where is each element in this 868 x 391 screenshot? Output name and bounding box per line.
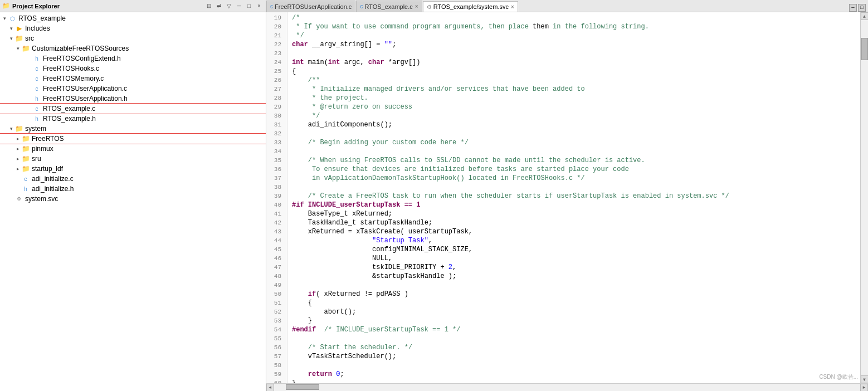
line-num: 36: [266, 165, 284, 174]
horizontal-scrollbar[interactable]: ◄ ►: [266, 383, 868, 391]
tree-item-system[interactable]: 📁 system: [0, 124, 266, 134]
vertical-scrollbar[interactable]: ▲ ▼: [860, 12, 868, 383]
line-num: 50: [266, 290, 284, 299]
expand-arrow: [14, 45, 21, 52]
expand-arrow: [1, 15, 8, 22]
c-file-icon: c: [32, 74, 41, 83]
tree-item-system-svc[interactable]: ⚙ system.svc: [0, 194, 266, 204]
tree-label: src: [25, 35, 34, 42]
line-num: 58: [266, 361, 284, 370]
line-num: 23: [266, 49, 284, 58]
expand-arrow: [26, 85, 32, 92]
line-num: 41: [266, 209, 284, 218]
scroll-right-arrow[interactable]: ►: [860, 384, 868, 392]
tree-item-adi-initialize-h[interactable]: h adi_initialize.h: [0, 184, 266, 194]
h-file-icon: h: [21, 184, 30, 193]
tab-file-icon: ⚙: [427, 4, 432, 10]
tab-label: RTOS_example/system.svc: [433, 3, 509, 10]
line-num: 52: [266, 307, 284, 316]
line-num: 34: [266, 147, 284, 156]
project-icon: ⬡: [8, 14, 17, 23]
tree-item-customizable[interactable]: 📁 CustomizableFreeRTOSSources: [0, 43, 266, 53]
tree-item-rtos-example-h[interactable]: h RTOS_example.h: [0, 114, 266, 124]
c-file-icon: c: [21, 174, 30, 183]
tree-item-freertos-hooks[interactable]: c FreeRTOSHooks.c: [0, 63, 266, 74]
tree-item-rtos-example-c[interactable]: c RTOS_example.c: [0, 104, 266, 114]
tree-item-pinmux[interactable]: 📁 pinmux: [0, 144, 266, 154]
minimize-panel-icon[interactable]: ─: [235, 2, 243, 11]
line-num: 47: [266, 263, 284, 272]
collapse-all-icon[interactable]: ⊟: [204, 2, 213, 11]
tree-item-includes[interactable]: ▶ Includes: [0, 23, 266, 33]
scroll-down-arrow[interactable]: ▼: [861, 375, 869, 383]
scroll-up-arrow[interactable]: ▲: [861, 12, 869, 20]
tree-item-adi-initialize-c[interactable]: c adi_initialize.c: [0, 174, 266, 184]
expand-arrow: [26, 75, 32, 82]
scroll-left-arrow[interactable]: ◄: [266, 384, 274, 392]
h-file-icon: h: [32, 94, 41, 103]
line-num: 22: [266, 40, 284, 49]
tab-close-icon[interactable]: ×: [511, 4, 514, 10]
tree-label: CustomizableFreeRTOSSources: [32, 45, 129, 52]
expand-arrow: [8, 25, 14, 32]
tree-item-sru[interactable]: 📁 sru: [0, 154, 266, 164]
tree-label: sru: [32, 155, 41, 163]
expand-arrow: [26, 95, 32, 102]
tree-item-src[interactable]: 📁 src: [0, 33, 266, 43]
watermark: CSDN @欧昔...: [819, 373, 858, 381]
panel-icon: 📁: [2, 2, 10, 9]
expand-arrow: [8, 125, 14, 132]
editor-minimize-btn[interactable]: ─: [849, 4, 857, 12]
tab-rtos-example[interactable]: c RTOS_example.c ×: [356, 1, 422, 12]
tree-label: Includes: [25, 25, 50, 32]
tree-item-rtos-example[interactable]: ⬡ RTOS_example: [0, 13, 266, 23]
h-file-icon: h: [32, 54, 41, 63]
folder-icon: ▶: [14, 24, 23, 33]
tree-label: system: [25, 125, 46, 133]
line-num: 56: [266, 343, 284, 352]
tree-item-freertos-memory[interactable]: c FreeRTOSMemory.c: [0, 74, 266, 84]
h-scroll-track[interactable]: [274, 384, 860, 392]
tree-item-freertos-config[interactable]: h FreeRTOSConfigExtend.h: [0, 53, 266, 63]
h-scroll-thumb[interactable]: [286, 384, 319, 390]
line-num: 21: [266, 31, 284, 40]
tab-system-svc[interactable]: ⚙ RTOS_example/system.svc ×: [423, 1, 518, 12]
line-num: 27: [266, 85, 284, 94]
folder-icon: 📁: [21, 154, 30, 163]
line-num: 54: [266, 325, 284, 334]
tree-item-freertos-user-app-h[interactable]: h FreeRTOSUserApplication.h: [0, 94, 266, 104]
folder-icon: 📁: [21, 164, 30, 173]
scroll-track[interactable]: [861, 20, 869, 375]
tab-close-icon[interactable]: ×: [415, 3, 418, 9]
line-num: 37: [266, 174, 284, 183]
line-num: 60: [266, 379, 284, 383]
link-with-editor-icon[interactable]: ⇌: [214, 2, 223, 11]
view-menu-icon[interactable]: ▽: [225, 2, 233, 11]
close-panel-icon[interactable]: ×: [255, 2, 264, 11]
tree-label: system.svc: [25, 195, 58, 203]
line-num: 26: [266, 76, 284, 85]
expand-arrow: [14, 165, 21, 172]
tree-item-startup-ldf[interactable]: 📁 startup_ldf: [0, 164, 266, 174]
panel-header-icons: ⊟ ⇌ ▽ ─ □ ×: [204, 2, 264, 11]
tree-item-freertos-user-app[interactable]: c FreeRTOSUserApplication.c: [0, 84, 266, 94]
tab-window-buttons: ─ □: [849, 4, 868, 12]
scroll-thumb[interactable]: [861, 38, 868, 60]
line-num: 25: [266, 67, 284, 76]
maximize-panel-icon[interactable]: □: [245, 2, 253, 11]
folder-icon: 📁: [21, 44, 30, 53]
tab-freertos-user-app[interactable]: c FreeRTOSUserApplication.c: [266, 1, 355, 12]
tree-label: startup_ldf: [32, 165, 63, 173]
line-num: 24: [266, 58, 284, 67]
tree-item-freertos[interactable]: 📁 FreeRTOS: [0, 134, 266, 144]
line-num: 57: [266, 352, 284, 361]
expand-arrow: [26, 65, 32, 72]
editor-maximize-btn[interactable]: □: [858, 4, 866, 12]
line-num: 28: [266, 94, 284, 102]
code-area[interactable]: /* * If you want to use command program …: [287, 12, 860, 383]
editor-panel: c FreeRTOSUserApplication.c c RTOS_examp…: [266, 0, 868, 391]
tree-container: ⬡ RTOS_example ▶ Includes 📁 src: [0, 12, 266, 391]
expand-arrow: [8, 35, 14, 42]
panel-title: Project Explorer: [12, 3, 204, 9]
line-num: 55: [266, 334, 284, 343]
